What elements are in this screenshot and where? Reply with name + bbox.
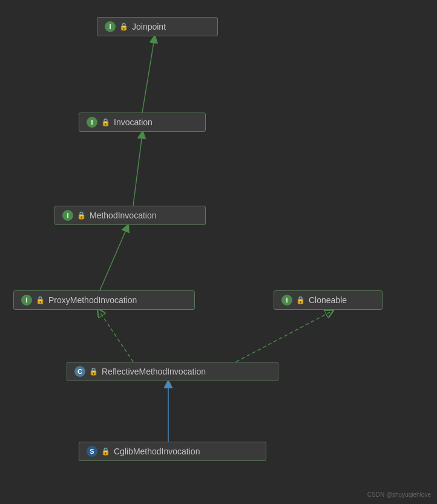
icon-methodinvocation: I [62,210,73,221]
lock-joinpoint: 🔒 [119,22,128,31]
lock-proxymethodinvocation: 🔒 [36,296,45,304]
lock-cglibmethodinvocation: 🔒 [101,447,110,456]
lock-reflectivemethodinvocation: 🔒 [89,367,98,376]
svg-line-6 [100,312,133,362]
svg-line-4 [133,134,142,206]
icon-cglibmethodinvocation: S [87,446,97,457]
svg-line-7 [236,312,330,362]
lock-cloneable: 🔒 [296,296,305,304]
node-reflectivemethodinvocation[interactable]: C 🔒 ReflectiveMethodInvocation [67,362,278,381]
icon-reflectivemethodinvocation: C [74,366,85,377]
node-cloneable[interactable]: I 🔒 Cloneable [274,290,383,310]
label-invocation: Invocation [114,117,153,127]
watermark: CSDN @shuyuqiehlove [367,491,431,498]
icon-invocation: I [87,117,97,128]
label-reflectivemethodinvocation: ReflectiveMethodInvocation [102,367,206,376]
lock-invocation: 🔒 [101,118,110,126]
node-methodinvocation[interactable]: I 🔒 MethodInvocation [54,206,206,225]
node-cglibmethodinvocation[interactable]: S 🔒 CglibMethodInvocation [79,442,266,461]
arrows-svg [0,0,437,504]
svg-line-5 [100,227,127,290]
node-proxymethodinvocation[interactable]: I 🔒 ProxyMethodInvocation [13,290,195,310]
label-cloneable: Cloneable [309,295,347,305]
icon-joinpoint: I [105,21,116,32]
lock-methodinvocation: 🔒 [77,211,86,220]
label-proxymethodinvocation: ProxyMethodInvocation [48,295,137,305]
diagram-container: I 🔒 Joinpoint I 🔒 Invocation I 🔒 MethodI… [0,0,437,504]
node-joinpoint[interactable]: I 🔒 Joinpoint [97,17,218,36]
icon-cloneable: I [281,295,292,306]
label-methodinvocation: MethodInvocation [90,211,157,220]
label-cglibmethodinvocation: CglibMethodInvocation [114,447,200,456]
svg-line-3 [142,39,154,113]
node-invocation[interactable]: I 🔒 Invocation [79,113,206,132]
label-joinpoint: Joinpoint [132,22,166,31]
icon-proxymethodinvocation: I [21,295,32,306]
